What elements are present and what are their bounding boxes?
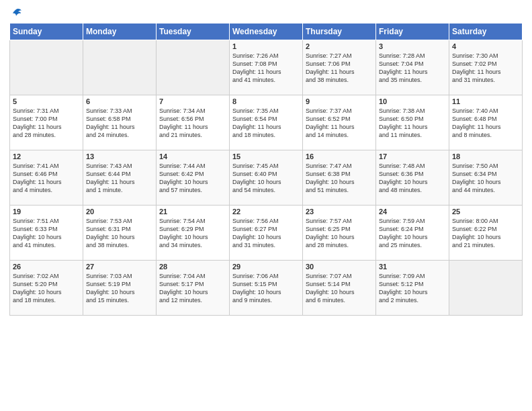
calendar-cell: 16Sunrise: 7:47 AM Sunset: 6:38 PM Dayli… (303, 150, 376, 205)
day-info: Sunrise: 7:41 AM Sunset: 6:46 PM Dayligh… (13, 162, 80, 195)
day-info: Sunrise: 7:38 AM Sunset: 6:50 PM Dayligh… (379, 107, 446, 140)
day-info: Sunrise: 7:53 AM Sunset: 6:31 PM Dayligh… (86, 217, 153, 250)
day-info: Sunrise: 7:04 AM Sunset: 5:17 PM Dayligh… (159, 272, 226, 305)
calendar-cell: 27Sunrise: 7:03 AM Sunset: 5:19 PM Dayli… (83, 261, 157, 316)
day-info: Sunrise: 7:27 AM Sunset: 7:06 PM Dayligh… (306, 52, 373, 85)
day-info: Sunrise: 7:43 AM Sunset: 6:44 PM Dayligh… (86, 162, 153, 195)
calendar-cell: 21Sunrise: 7:54 AM Sunset: 6:29 PM Dayli… (157, 205, 230, 261)
calendar-cell: 26Sunrise: 7:02 AM Sunset: 5:20 PM Dayli… (10, 261, 83, 316)
day-info: Sunrise: 7:07 AM Sunset: 5:14 PM Dayligh… (306, 272, 373, 305)
day-number: 25 (452, 208, 519, 216)
calendar-cell: 15Sunrise: 7:45 AM Sunset: 6:40 PM Dayli… (230, 150, 303, 205)
day-number: 8 (232, 97, 300, 105)
day-number: 1 (232, 42, 300, 50)
calendar-table: SundayMondayTuesdayWednesdayThursdayFrid… (9, 23, 523, 316)
day-number: 13 (86, 152, 153, 161)
day-info: Sunrise: 7:02 AM Sunset: 5:20 PM Dayligh… (13, 272, 80, 305)
day-number: 5 (13, 97, 80, 105)
day-info: Sunrise: 7:45 AM Sunset: 6:40 PM Dayligh… (232, 162, 300, 195)
day-info: Sunrise: 7:51 AM Sunset: 6:33 PM Dayligh… (13, 217, 80, 250)
calendar-cell: 12Sunrise: 7:41 AM Sunset: 6:46 PM Dayli… (10, 150, 83, 205)
calendar-cell: 14Sunrise: 7:44 AM Sunset: 6:42 PM Dayli… (157, 150, 230, 205)
day-info: Sunrise: 7:48 AM Sunset: 6:36 PM Dayligh… (379, 162, 446, 195)
day-number: 15 (232, 152, 300, 161)
calendar-cell: 1Sunrise: 7:26 AM Sunset: 7:08 PM Daylig… (230, 40, 303, 95)
calendar-cell (10, 40, 83, 95)
day-number: 9 (306, 97, 373, 105)
logo-bird-icon (10, 8, 22, 19)
calendar-cell: 29Sunrise: 7:06 AM Sunset: 5:15 PM Dayli… (230, 261, 303, 316)
calendar-cell: 7Sunrise: 7:34 AM Sunset: 6:56 PM Daylig… (157, 95, 230, 150)
day-number: 31 (379, 263, 446, 271)
calendar-cell: 17Sunrise: 7:48 AM Sunset: 6:36 PM Dayli… (376, 150, 449, 205)
logo (9, 9, 22, 17)
calendar-week-row: 26Sunrise: 7:02 AM Sunset: 5:20 PM Dayli… (10, 261, 523, 316)
day-info: Sunrise: 7:03 AM Sunset: 5:19 PM Dayligh… (86, 272, 153, 305)
day-info: Sunrise: 7:34 AM Sunset: 6:56 PM Dayligh… (159, 107, 226, 140)
day-info: Sunrise: 7:28 AM Sunset: 7:04 PM Dayligh… (379, 52, 446, 85)
day-number: 23 (306, 208, 373, 216)
day-number: 4 (452, 42, 519, 50)
weekday-header-saturday: Saturday (449, 24, 523, 40)
calendar-week-row: 1Sunrise: 7:26 AM Sunset: 7:08 PM Daylig… (10, 40, 523, 95)
calendar-cell: 23Sunrise: 7:57 AM Sunset: 6:25 PM Dayli… (303, 205, 376, 261)
calendar-week-row: 12Sunrise: 7:41 AM Sunset: 6:46 PM Dayli… (10, 150, 523, 205)
day-number: 21 (159, 208, 226, 216)
calendar-cell: 10Sunrise: 7:38 AM Sunset: 6:50 PM Dayli… (376, 95, 449, 150)
day-number: 18 (452, 152, 519, 161)
day-number: 26 (13, 263, 80, 271)
day-info: Sunrise: 7:06 AM Sunset: 5:15 PM Dayligh… (232, 272, 300, 305)
calendar-cell: 31Sunrise: 7:09 AM Sunset: 5:12 PM Dayli… (376, 261, 449, 316)
calendar-cell: 24Sunrise: 7:59 AM Sunset: 6:24 PM Dayli… (376, 205, 449, 261)
day-number: 12 (13, 152, 80, 161)
day-number: 7 (159, 97, 226, 105)
calendar-cell: 25Sunrise: 8:00 AM Sunset: 6:22 PM Dayli… (449, 205, 523, 261)
calendar-cell (83, 40, 157, 95)
day-info: Sunrise: 7:33 AM Sunset: 6:58 PM Dayligh… (86, 107, 153, 140)
day-info: Sunrise: 7:31 AM Sunset: 7:00 PM Dayligh… (13, 107, 80, 140)
day-info: Sunrise: 7:50 AM Sunset: 6:34 PM Dayligh… (452, 162, 519, 195)
calendar-cell (449, 261, 523, 316)
day-info: Sunrise: 7:26 AM Sunset: 7:08 PM Dayligh… (232, 52, 300, 85)
calendar-cell: 19Sunrise: 7:51 AM Sunset: 6:33 PM Dayli… (10, 205, 83, 261)
day-info: Sunrise: 7:09 AM Sunset: 5:12 PM Dayligh… (379, 272, 446, 305)
day-info: Sunrise: 7:47 AM Sunset: 6:38 PM Dayligh… (306, 162, 373, 195)
header (9, 7, 523, 17)
day-number: 27 (86, 263, 153, 271)
day-info: Sunrise: 7:44 AM Sunset: 6:42 PM Dayligh… (159, 162, 226, 195)
calendar-cell: 11Sunrise: 7:40 AM Sunset: 6:48 PM Dayli… (449, 95, 523, 150)
day-number: 6 (86, 97, 153, 105)
day-number: 17 (379, 152, 446, 161)
calendar-cell: 8Sunrise: 7:35 AM Sunset: 6:54 PM Daylig… (230, 95, 303, 150)
calendar-week-row: 5Sunrise: 7:31 AM Sunset: 7:00 PM Daylig… (10, 95, 523, 150)
calendar-cell: 9Sunrise: 7:37 AM Sunset: 6:52 PM Daylig… (303, 95, 376, 150)
calendar-cell: 3Sunrise: 7:28 AM Sunset: 7:04 PM Daylig… (376, 40, 449, 95)
calendar-cell: 13Sunrise: 7:43 AM Sunset: 6:44 PM Dayli… (83, 150, 157, 205)
day-number: 11 (452, 97, 519, 105)
day-number: 16 (306, 152, 373, 161)
page-container: SundayMondayTuesdayWednesdayThursdayFrid… (0, 0, 532, 321)
day-info: Sunrise: 7:59 AM Sunset: 6:24 PM Dayligh… (379, 217, 446, 250)
weekday-header-thursday: Thursday (303, 24, 376, 40)
day-number: 28 (159, 263, 226, 271)
day-info: Sunrise: 7:40 AM Sunset: 6:48 PM Dayligh… (452, 107, 519, 140)
calendar-cell: 20Sunrise: 7:53 AM Sunset: 6:31 PM Dayli… (83, 205, 157, 261)
calendar-cell: 28Sunrise: 7:04 AM Sunset: 5:17 PM Dayli… (157, 261, 230, 316)
day-number: 14 (159, 152, 226, 161)
calendar-cell (157, 40, 230, 95)
weekday-header-friday: Friday (376, 24, 449, 40)
calendar-cell: 5Sunrise: 7:31 AM Sunset: 7:00 PM Daylig… (10, 95, 83, 150)
day-number: 10 (379, 97, 446, 105)
calendar-header: SundayMondayTuesdayWednesdayThursdayFrid… (10, 24, 523, 40)
calendar-week-row: 19Sunrise: 7:51 AM Sunset: 6:33 PM Dayli… (10, 205, 523, 261)
day-number: 19 (13, 208, 80, 216)
day-info: Sunrise: 7:57 AM Sunset: 6:25 PM Dayligh… (306, 217, 373, 250)
calendar-cell: 18Sunrise: 7:50 AM Sunset: 6:34 PM Dayli… (449, 150, 523, 205)
calendar-cell: 22Sunrise: 7:56 AM Sunset: 6:27 PM Dayli… (230, 205, 303, 261)
weekday-header-sunday: Sunday (10, 24, 83, 40)
day-info: Sunrise: 7:35 AM Sunset: 6:54 PM Dayligh… (232, 107, 300, 140)
calendar-cell: 4Sunrise: 7:30 AM Sunset: 7:02 PM Daylig… (449, 40, 523, 95)
day-number: 3 (379, 42, 446, 50)
day-number: 2 (306, 42, 373, 50)
weekday-header-tuesday: Tuesday (157, 24, 230, 40)
